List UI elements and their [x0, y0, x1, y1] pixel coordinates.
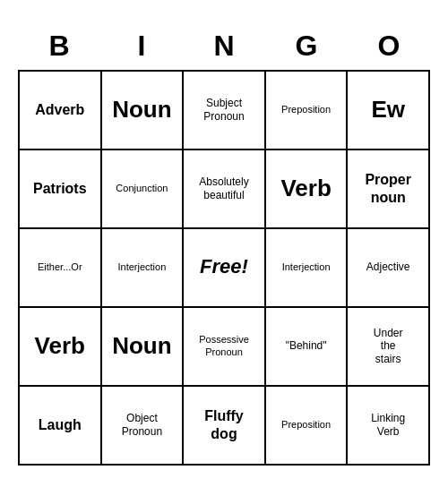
cell-r3-c4: Under the stairs — [348, 308, 430, 387]
cell-r3-c1: Noun — [102, 308, 185, 387]
cell-r1-c4: Proper noun — [348, 150, 430, 229]
bingo-header: BINGO — [18, 22, 430, 70]
cell-r2-c4: Adjective — [348, 229, 430, 308]
cell-r2-c1: Interjection — [102, 229, 185, 308]
cell-r4-c0: Laugh — [20, 387, 102, 466]
cell-r4-c1: Object Pronoun — [102, 387, 185, 466]
cell-r0-c0: Adverb — [20, 72, 102, 150]
header-letter: O — [351, 30, 426, 63]
cell-r0-c2: Subject Pronoun — [184, 72, 266, 150]
cell-r4-c3: Preposition — [266, 387, 349, 466]
header-letter: B — [22, 30, 97, 63]
header-letter: G — [269, 30, 344, 63]
cell-r0-c1: Noun — [102, 72, 185, 150]
header-letter: I — [104, 30, 179, 63]
cell-r1-c1: Conjunction — [102, 150, 185, 229]
cell-r1-c0: Patriots — [20, 150, 102, 229]
cell-r2-c0: Either...Or — [20, 229, 102, 308]
cell-r1-c3: Verb — [266, 150, 349, 229]
cell-r3-c0: Verb — [20, 308, 102, 387]
bingo-grid: AdverbNounSubject PronounPrepositionEwPa… — [18, 70, 430, 466]
cell-r3-c3: "Behind" — [266, 308, 349, 387]
header-letter: N — [186, 30, 262, 63]
cell-r4-c2: Fluffy dog — [184, 387, 266, 466]
cell-r2-c2: Free! — [184, 229, 266, 308]
cell-r0-c4: Ew — [348, 72, 430, 150]
cell-r3-c2: Possessive Pronoun — [184, 308, 266, 387]
cell-r1-c2: Absolutely beautiful — [184, 150, 266, 229]
bingo-card: BINGO AdverbNounSubject PronounPrepositi… — [18, 22, 430, 466]
cell-r0-c3: Preposition — [266, 72, 349, 150]
cell-r4-c4: Linking Verb — [348, 387, 430, 466]
cell-r2-c3: Interjection — [266, 229, 349, 308]
